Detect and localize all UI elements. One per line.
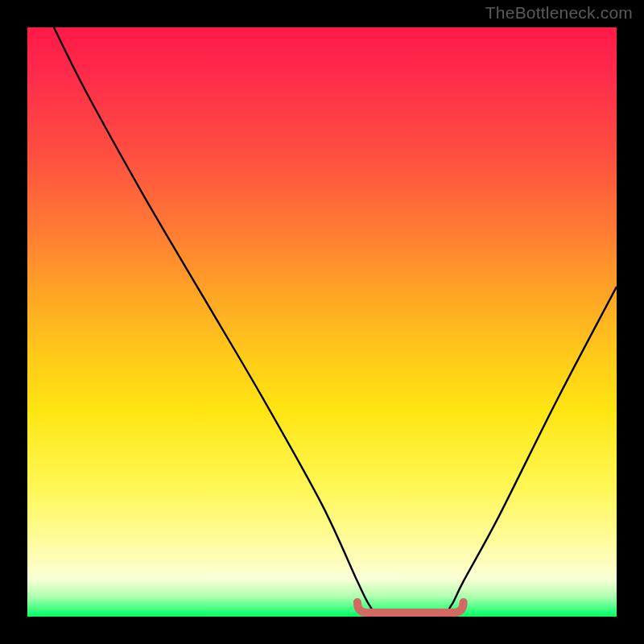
flat-region-marker bbox=[357, 602, 464, 613]
bottleneck-curve-path bbox=[54, 27, 617, 617]
chart-svg-layer bbox=[27, 27, 617, 617]
watermark-text: TheBottleneck.com bbox=[485, 3, 633, 23]
chart-plot-area bbox=[27, 27, 617, 617]
